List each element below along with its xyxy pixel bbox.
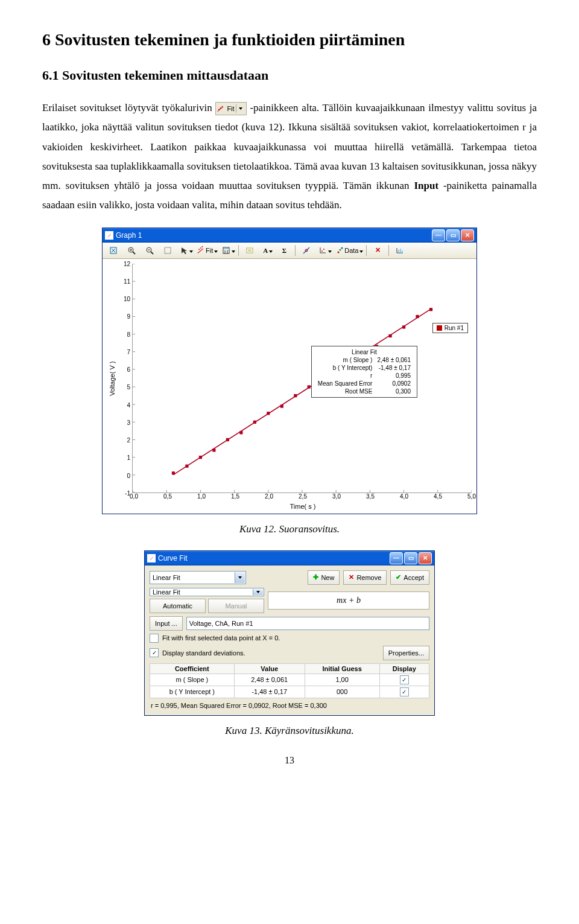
minimize-button[interactable]: — (432, 229, 445, 241)
heading-2: 6.1 Sovitusten tekeminen mittausdataan (42, 68, 537, 83)
svg-point-25 (340, 249, 341, 250)
fit-name-combo[interactable]: Linear Fit (150, 571, 246, 584)
para-text-b: -painikkeen alta. Tällöin kuvaajaikkunaa… (42, 102, 537, 191)
zoom-select-button[interactable] (159, 244, 176, 257)
svg-rect-66 (280, 404, 283, 407)
zoom-in-button[interactable] (123, 244, 140, 257)
checkbox-stddev-label: Display standard deviations. (162, 649, 245, 657)
y-axis: -10123456789101112 (117, 264, 132, 493)
zoom-out-button[interactable] (141, 244, 158, 257)
y-tick: 2 (127, 437, 130, 444)
fit-status-line: r = 0,995, Mean Squared Error = 0,0902, … (150, 701, 429, 710)
y-tick: 6 (127, 366, 130, 373)
x-tick: 1,0 (197, 493, 206, 500)
minimize-button[interactable]: — (390, 552, 403, 564)
text-tool-button[interactable]: A (259, 244, 274, 257)
chevron-down-icon (235, 572, 245, 583)
chevron-down-icon (253, 589, 263, 595)
fit-info-title: Linear Fit (315, 348, 413, 356)
legend-marker (437, 325, 442, 331)
note-button[interactable] (241, 244, 258, 257)
svg-rect-76 (416, 315, 419, 318)
y-tick: 4 (127, 401, 130, 408)
manual-button: Manual (208, 599, 264, 613)
plus-icon: ✚ (313, 573, 318, 581)
x-axis: 0,00,51,01,52,02,53,03,54,04,55,0 (134, 493, 472, 502)
y-tick: 0 (127, 472, 130, 479)
svg-rect-30 (400, 249, 401, 253)
graph-icon: ⟋ (105, 231, 113, 240)
fit-type-combo[interactable]: Linear Fit (150, 588, 264, 596)
x-tick: 4,5 (434, 493, 442, 500)
svg-rect-77 (429, 308, 432, 311)
data-dropdown-button[interactable]: Data (334, 244, 364, 257)
y-tick: 11 (124, 278, 130, 285)
figure-caption-12: Kuva 12. Suoransovitus. (42, 523, 537, 535)
input-button[interactable]: Input ... (150, 616, 183, 631)
delete-button[interactable]: ✕ (369, 244, 386, 257)
close-button[interactable]: ✕ (461, 229, 474, 241)
x-tick: 4,0 (400, 493, 408, 500)
fit-icon (217, 104, 226, 113)
plot-area[interactable]: Voltage( V ) -10123456789101112 Run #1 L… (103, 259, 476, 514)
fit-name-value: Linear Fit (153, 574, 180, 581)
input-source-combo[interactable]: Voltage, ChA, Run #1 (186, 617, 429, 630)
x-tick: 2,5 (299, 493, 307, 500)
input-source-value: Voltage, ChA, Run #1 (189, 620, 253, 627)
svg-point-22 (321, 250, 323, 252)
close-button[interactable]: ✕ (419, 552, 432, 564)
accept-button[interactable]: ✔Accept (390, 570, 429, 585)
y-tick: 8 (127, 331, 130, 337)
svg-rect-29 (398, 250, 399, 253)
svg-rect-31 (402, 250, 403, 253)
x-tick: 3,5 (366, 493, 375, 500)
accept-label: Accept (403, 574, 424, 581)
fit-button-inline[interactable]: Fit (215, 102, 246, 115)
remove-button[interactable]: ✕Remove (343, 570, 387, 585)
cursor-tool-button[interactable] (177, 244, 194, 257)
svg-point-12 (227, 250, 228, 252)
x-axis-label: Time( s ) (134, 503, 472, 510)
fit-tool-button[interactable]: Fit (195, 244, 218, 257)
stats-button[interactable]: Σ (276, 244, 293, 257)
data-dropdown-label: Data (344, 247, 358, 254)
checkbox-first-point-label: Fit with first selected data point at X … (162, 634, 280, 642)
fit-info-box[interactable]: Linear Fit m ( Slope )2,48 ± 0,061b ( Y … (311, 346, 417, 398)
checkbox-first-point[interactable] (150, 634, 159, 643)
slope-tool-button[interactable] (298, 244, 315, 257)
titlebar[interactable]: ⟋ Curve Fit — ▭ ✕ (145, 551, 434, 566)
new-button[interactable]: ✚New (308, 570, 340, 585)
figure-caption-13: Kuva 13. Käyränsovitusikkuna. (42, 725, 537, 737)
svg-line-6 (151, 252, 153, 254)
automatic-button[interactable]: Automatic (150, 599, 206, 613)
graph-toolbar: Fit A Σ Data ✕ (103, 243, 476, 259)
x-tick: 2,0 (265, 493, 273, 500)
table-header: Coefficient (150, 663, 235, 674)
y-tick: 9 (127, 313, 130, 320)
svg-rect-65 (267, 412, 270, 415)
settings-button[interactable] (391, 244, 408, 257)
y-axis-label: Voltage( V ) (107, 264, 117, 493)
maximize-button[interactable]: ▭ (404, 552, 417, 564)
titlebar[interactable]: ⟋ Graph 1 — ▭ ✕ (103, 228, 476, 243)
display-checkbox[interactable]: ✓ (400, 675, 409, 684)
y-tick: 3 (127, 419, 130, 425)
svg-rect-64 (253, 421, 256, 424)
chevron-down-icon (328, 247, 332, 254)
graph-canvas[interactable]: Run #1 Linear Fit m ( Slope )2,48 ± 0,06… (132, 264, 472, 493)
maximize-button[interactable]: ▭ (446, 229, 460, 241)
axis-tool-button[interactable] (316, 244, 332, 257)
display-checkbox[interactable]: ✓ (400, 687, 409, 696)
properties-button[interactable]: Properties... (383, 646, 429, 660)
svg-rect-74 (389, 334, 392, 337)
svg-rect-62 (226, 438, 229, 441)
svg-rect-75 (402, 325, 405, 328)
checkbox-stddev[interactable]: ✓ (150, 648, 159, 657)
input-bold-word: Input (414, 180, 438, 191)
calc-tool-button[interactable] (220, 244, 236, 257)
svg-point-11 (224, 250, 226, 252)
autoscale-button[interactable] (105, 244, 122, 257)
para-text-a: Erilaiset sovitukset löytyvät työkaluriv… (42, 102, 215, 113)
legend[interactable]: Run #1 (432, 323, 468, 333)
window-title: Curve Fit (158, 554, 188, 562)
